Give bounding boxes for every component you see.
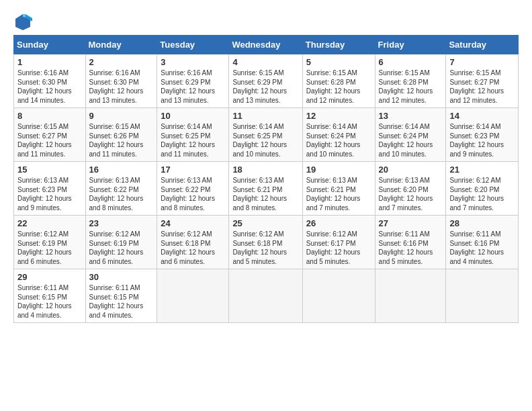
day-info: Sunrise: 6:16 AMSunset: 6:29 PMDaylight:…	[161, 68, 225, 105]
day-info: Sunrise: 6:12 AMSunset: 6:19 PMDaylight:…	[17, 230, 82, 266]
logo	[13, 12, 34, 31]
col-header-sunday: Sunday	[14, 36, 86, 54]
calendar-cell	[157, 269, 229, 323]
calendar-week-4: 22Sunrise: 6:12 AMSunset: 6:19 PMDayligh…	[14, 216, 519, 269]
day-number: 13	[379, 111, 443, 121]
day-info: Sunrise: 6:11 AMSunset: 6:16 PMDaylight:…	[379, 230, 443, 266]
calendar-cell: 24Sunrise: 6:12 AMSunset: 6:18 PMDayligh…	[157, 216, 229, 269]
day-info: Sunrise: 6:15 AMSunset: 6:27 PMDaylight:…	[449, 68, 515, 105]
day-number: 26	[306, 218, 371, 228]
day-number: 11	[232, 111, 298, 121]
day-info: Sunrise: 6:12 AMSunset: 6:20 PMDaylight:…	[449, 176, 515, 212]
day-number: 23	[89, 218, 154, 228]
day-number: 4	[232, 57, 298, 67]
day-number: 17	[161, 165, 225, 175]
day-info: Sunrise: 6:15 AMSunset: 6:27 PMDaylight:…	[17, 122, 82, 158]
calendar-cell	[446, 269, 519, 323]
day-number: 14	[449, 111, 515, 121]
day-info: Sunrise: 6:12 AMSunset: 6:18 PMDaylight:…	[161, 230, 225, 266]
calendar-cell: 15Sunrise: 6:13 AMSunset: 6:23 PMDayligh…	[14, 162, 86, 216]
header-row	[13, 12, 519, 31]
calendar-header-row: SundayMondayTuesdayWednesdayThursdayFrid…	[14, 36, 519, 54]
day-number: 18	[232, 165, 298, 175]
calendar-cell: 19Sunrise: 6:13 AMSunset: 6:21 PMDayligh…	[302, 162, 375, 216]
day-number: 28	[449, 218, 515, 228]
col-header-friday: Friday	[375, 36, 446, 54]
main-container: SundayMondayTuesdayWednesdayThursdayFrid…	[0, 0, 532, 330]
calendar-cell	[302, 269, 375, 323]
calendar-cell: 30Sunrise: 6:11 AMSunset: 6:15 PMDayligh…	[85, 269, 157, 323]
calendar-cell	[375, 269, 446, 323]
col-header-monday: Monday	[85, 36, 157, 54]
day-number: 10	[161, 111, 225, 121]
day-number: 16	[89, 165, 154, 175]
day-info: Sunrise: 6:16 AMSunset: 6:30 PMDaylight:…	[89, 68, 154, 105]
col-header-wednesday: Wednesday	[229, 36, 302, 54]
day-number: 6	[379, 57, 443, 67]
day-info: Sunrise: 6:14 AMSunset: 6:24 PMDaylight:…	[379, 122, 443, 158]
calendar-cell: 2Sunrise: 6:16 AMSunset: 6:30 PMDaylight…	[85, 54, 157, 108]
calendar-cell: 18Sunrise: 6:13 AMSunset: 6:21 PMDayligh…	[229, 162, 302, 216]
day-number: 7	[449, 57, 515, 67]
day-number: 9	[89, 111, 154, 121]
calendar-cell: 29Sunrise: 6:11 AMSunset: 6:15 PMDayligh…	[14, 269, 86, 323]
day-info: Sunrise: 6:13 AMSunset: 6:21 PMDaylight:…	[232, 176, 298, 212]
calendar-cell: 10Sunrise: 6:14 AMSunset: 6:25 PMDayligh…	[157, 108, 229, 162]
calendar-cell: 7Sunrise: 6:15 AMSunset: 6:27 PMDaylight…	[446, 54, 519, 108]
day-number: 22	[17, 218, 82, 228]
day-info: Sunrise: 6:12 AMSunset: 6:18 PMDaylight:…	[232, 230, 298, 266]
calendar-week-2: 8Sunrise: 6:15 AMSunset: 6:27 PMDaylight…	[14, 108, 519, 162]
day-info: Sunrise: 6:15 AMSunset: 6:29 PMDaylight:…	[232, 68, 298, 105]
calendar-cell: 20Sunrise: 6:13 AMSunset: 6:20 PMDayligh…	[375, 162, 446, 216]
calendar-cell: 22Sunrise: 6:12 AMSunset: 6:19 PMDayligh…	[14, 216, 86, 269]
calendar-cell: 11Sunrise: 6:14 AMSunset: 6:25 PMDayligh…	[229, 108, 302, 162]
calendar-cell: 27Sunrise: 6:11 AMSunset: 6:16 PMDayligh…	[375, 216, 446, 269]
day-number: 21	[449, 165, 515, 175]
day-number: 20	[379, 165, 443, 175]
day-number: 25	[232, 218, 298, 228]
calendar-cell: 14Sunrise: 6:14 AMSunset: 6:23 PMDayligh…	[446, 108, 519, 162]
day-number: 1	[17, 57, 82, 67]
calendar-cell	[229, 269, 302, 323]
logo-icon	[13, 12, 32, 31]
calendar-cell: 23Sunrise: 6:12 AMSunset: 6:19 PMDayligh…	[85, 216, 157, 269]
calendar-cell: 6Sunrise: 6:15 AMSunset: 6:28 PMDaylight…	[375, 54, 446, 108]
day-info: Sunrise: 6:14 AMSunset: 6:25 PMDaylight:…	[232, 122, 298, 158]
day-number: 2	[89, 57, 154, 67]
day-info: Sunrise: 6:14 AMSunset: 6:25 PMDaylight:…	[161, 122, 225, 158]
day-info: Sunrise: 6:11 AMSunset: 6:15 PMDaylight:…	[17, 283, 82, 320]
day-info: Sunrise: 6:13 AMSunset: 6:22 PMDaylight:…	[161, 176, 225, 212]
day-info: Sunrise: 6:15 AMSunset: 6:26 PMDaylight:…	[89, 122, 154, 158]
calendar-cell: 8Sunrise: 6:15 AMSunset: 6:27 PMDaylight…	[14, 108, 86, 162]
day-info: Sunrise: 6:13 AMSunset: 6:20 PMDaylight:…	[379, 176, 443, 212]
day-number: 24	[161, 218, 225, 228]
col-header-saturday: Saturday	[446, 36, 519, 54]
day-number: 3	[161, 57, 225, 67]
calendar-cell: 4Sunrise: 6:15 AMSunset: 6:29 PMDaylight…	[229, 54, 302, 108]
calendar-cell: 9Sunrise: 6:15 AMSunset: 6:26 PMDaylight…	[85, 108, 157, 162]
col-header-tuesday: Tuesday	[157, 36, 229, 54]
day-number: 8	[17, 111, 82, 121]
day-number: 29	[17, 272, 82, 282]
calendar-cell: 13Sunrise: 6:14 AMSunset: 6:24 PMDayligh…	[375, 108, 446, 162]
calendar-cell: 12Sunrise: 6:14 AMSunset: 6:24 PMDayligh…	[302, 108, 375, 162]
calendar-table: SundayMondayTuesdayWednesdayThursdayFrid…	[13, 35, 519, 323]
calendar-cell: 16Sunrise: 6:13 AMSunset: 6:22 PMDayligh…	[85, 162, 157, 216]
day-number: 19	[306, 165, 371, 175]
day-info: Sunrise: 6:13 AMSunset: 6:22 PMDaylight:…	[89, 176, 154, 212]
calendar-cell: 1Sunrise: 6:16 AMSunset: 6:30 PMDaylight…	[14, 54, 86, 108]
calendar-week-1: 1Sunrise: 6:16 AMSunset: 6:30 PMDaylight…	[14, 54, 519, 108]
calendar-cell: 26Sunrise: 6:12 AMSunset: 6:17 PMDayligh…	[302, 216, 375, 269]
calendar-week-3: 15Sunrise: 6:13 AMSunset: 6:23 PMDayligh…	[14, 162, 519, 216]
day-info: Sunrise: 6:12 AMSunset: 6:17 PMDaylight:…	[306, 230, 371, 266]
day-info: Sunrise: 6:14 AMSunset: 6:23 PMDaylight:…	[449, 122, 515, 158]
day-info: Sunrise: 6:13 AMSunset: 6:23 PMDaylight:…	[17, 176, 82, 212]
day-info: Sunrise: 6:11 AMSunset: 6:16 PMDaylight:…	[449, 230, 515, 266]
day-info: Sunrise: 6:11 AMSunset: 6:15 PMDaylight:…	[89, 283, 154, 320]
day-info: Sunrise: 6:14 AMSunset: 6:24 PMDaylight:…	[306, 122, 371, 158]
calendar-cell: 25Sunrise: 6:12 AMSunset: 6:18 PMDayligh…	[229, 216, 302, 269]
calendar-cell: 5Sunrise: 6:15 AMSunset: 6:28 PMDaylight…	[302, 54, 375, 108]
day-info: Sunrise: 6:16 AMSunset: 6:30 PMDaylight:…	[17, 68, 82, 105]
calendar-cell: 3Sunrise: 6:16 AMSunset: 6:29 PMDaylight…	[157, 54, 229, 108]
calendar-week-5: 29Sunrise: 6:11 AMSunset: 6:15 PMDayligh…	[14, 269, 519, 323]
